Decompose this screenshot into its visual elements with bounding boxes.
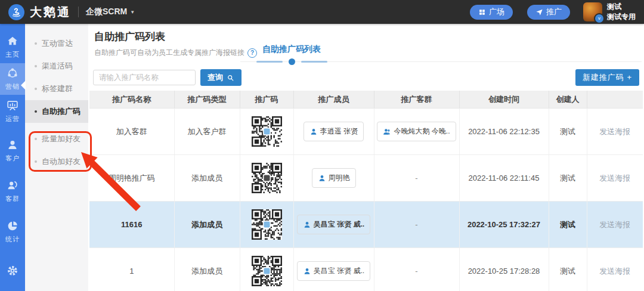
member-chip: 周明艳 <box>312 168 356 188</box>
pie-chart-icon <box>6 219 19 233</box>
promo-name-cell: 加入客群 <box>89 109 174 155</box>
submenu-item-标签建群[interactable]: 标签建群 <box>25 78 88 100</box>
empty-value-dash: - <box>415 220 417 229</box>
promo-code-table: 推广码名称推广码类型推广码推广成员推广客群创建时间创建人 加入客群加入客户群 李… <box>89 91 643 291</box>
created-time-cell: 2022-11-06 22:12:35 <box>459 109 549 155</box>
submenu-item-label: 批量加好友 <box>42 134 80 144</box>
members-cell: 吴昌宝 张贤 威.. <box>293 248 374 291</box>
group-chip: 今晚炖大鹅 今晚.. <box>377 122 456 141</box>
promote-button[interactable]: 推广 <box>527 5 570 20</box>
send-poster-link[interactable]: 发送海报 <box>599 127 630 136</box>
user-name: 测试 <box>607 2 636 12</box>
submenu-item-label: 互动雷达 <box>42 38 73 49</box>
avatar[interactable]: v <box>583 2 602 21</box>
bullet-dot-icon <box>35 138 37 140</box>
main-content: 自助推广码列表 自助推广码可自动为员工生成专属推广海报链接 ? 自助推广码列表 … <box>88 24 644 291</box>
create-promo-code-button[interactable]: 新建推广码 + <box>575 69 639 86</box>
column-header: 推广码类型 <box>174 91 240 109</box>
secondary-sidebar: 互动雷达渠道活码标签建群自助推广码批量加好友自动加好友 <box>25 24 88 291</box>
member-names: 吴昌宝 张贤 威.. <box>314 266 364 276</box>
members-cell: 周明艳 <box>293 155 374 202</box>
search-button[interactable]: 查询 <box>200 69 242 86</box>
submenu-item-渠道活码[interactable]: 渠道活码 <box>25 55 88 78</box>
send-poster-link[interactable]: 发送海报 <box>599 220 630 229</box>
tab-self-promo-code-list[interactable]: 自助推广码列表 <box>240 44 343 65</box>
action-cell: 发送海报 <box>587 248 643 291</box>
column-header <box>587 91 643 109</box>
member-names: 李逍遥 张贤 <box>320 126 358 137</box>
page-header: 自助推广码列表 自助推广码可自动为员工生成专属推广海报链接 ? 自助推广码列表 <box>88 30 644 63</box>
sidebar-item-label: 营销 <box>5 82 20 91</box>
action-cell: 发送海报 <box>587 202 643 248</box>
user-menu[interactable]: v 测试 测试专用 <box>583 2 636 22</box>
group-cell: - <box>374 155 459 202</box>
sidebar-item-settings[interactable] <box>0 261 25 281</box>
qr-code <box>252 163 282 193</box>
brand-logo-swan-icon <box>8 4 24 20</box>
promo-type-cell: 添加成员 <box>174 248 240 291</box>
column-header: 推广客群 <box>374 91 459 109</box>
sidebar-item-主页[interactable]: 主页 <box>0 31 25 63</box>
qr-code <box>252 209 282 240</box>
sidebar-collapse-handle[interactable] <box>21 81 26 90</box>
qr-cell <box>240 109 293 155</box>
table-header-row: 推广码名称推广码类型推广码推广成员推广客群创建时间创建人 <box>89 91 643 109</box>
create-button-label: 新建推广码 + <box>583 72 632 83</box>
sidebar-item-label: 统计 <box>5 235 20 244</box>
action-cell: 发送海报 <box>587 155 643 202</box>
top-bar: 大鹅通 企微SCRM ▼ 广场 推广 v 测试 测试专用 <box>0 0 644 24</box>
submenu-item-label: 自动加好友 <box>42 156 80 167</box>
sidebar-item-label: 客群 <box>5 194 20 203</box>
promo-name-cell: 1 <box>89 248 174 291</box>
empty-value-dash: - <box>415 174 417 182</box>
submenu-item-label: 自助推广码 <box>42 106 80 117</box>
active-tab-indicator <box>240 58 343 65</box>
bullet-dot-icon <box>35 88 37 90</box>
members-cell: 吴昌宝 张贤 威.. <box>293 202 374 248</box>
sidebar-item-运营[interactable]: 运营 <box>0 95 25 127</box>
product-switcher[interactable]: 企微SCRM ▼ <box>86 7 135 17</box>
empty-value-dash: - <box>415 267 417 275</box>
sidebar-item-营销[interactable]: 营销 <box>0 63 25 95</box>
send-poster-link[interactable]: 发送海报 <box>599 174 630 182</box>
product-name: 企微SCRM <box>86 7 127 17</box>
toolbar: 查询 新建推广码 + <box>93 69 639 86</box>
submenu-item-互动雷达[interactable]: 互动雷达 <box>25 32 88 55</box>
created-time-cell: 2022-10-25 17:32:27 <box>459 202 549 248</box>
group-cell: 今晚炖大鹅 今晚.. <box>374 109 459 155</box>
promo-code-name-input[interactable] <box>93 70 196 85</box>
home-icon <box>6 35 19 48</box>
plaza-button[interactable]: 广场 <box>470 5 513 20</box>
submenu-item-批量加好友[interactable]: 批量加好友 <box>25 128 88 150</box>
creator-cell: 测试 <box>549 202 587 248</box>
user-info: 测试 测试专用 <box>607 2 636 22</box>
promo-type-cell: 添加成员 <box>174 155 240 202</box>
sidebar-item-客户[interactable]: 客户 <box>0 135 25 166</box>
column-header: 创建时间 <box>459 91 549 109</box>
action-cell: 发送海报 <box>587 109 643 155</box>
column-header: 创建人 <box>549 91 587 109</box>
members-cell: 李逍遥 张贤 <box>293 109 374 155</box>
page-subtitle: 自助推广码可自动为员工生成专属推广海报链接 <box>94 48 244 58</box>
board-chart-icon <box>6 99 19 112</box>
bullet-dot-icon <box>35 42 37 45</box>
search-button-label: 查询 <box>208 72 223 83</box>
search-icon <box>227 74 234 82</box>
sidebar-item-统计[interactable]: 统计 <box>0 216 25 247</box>
created-time-cell: 2022-10-25 17:28:28 <box>459 248 549 291</box>
member-chip: 吴昌宝 张贤 威.. <box>297 261 370 281</box>
sidebar-item-label: 客户 <box>5 154 20 163</box>
qr-cell <box>240 202 293 248</box>
chevron-down-icon: ▼ <box>130 10 135 15</box>
bullet-dot-icon <box>35 65 37 67</box>
bullet-dot-icon <box>35 160 37 163</box>
member-chip: 李逍遥 张贤 <box>304 122 364 141</box>
plaza-grid-icon <box>478 8 486 16</box>
column-header: 推广成员 <box>293 91 374 109</box>
send-poster-link[interactable]: 发送海报 <box>599 267 630 275</box>
submenu-item-自助推广码[interactable]: 自助推广码 <box>25 100 88 123</box>
sidebar-item-客群[interactable]: 客群 <box>0 175 25 207</box>
qr-code <box>252 256 282 286</box>
user-icon <box>6 138 19 151</box>
submenu-item-自动加好友[interactable]: 自动加好友 <box>25 150 88 173</box>
